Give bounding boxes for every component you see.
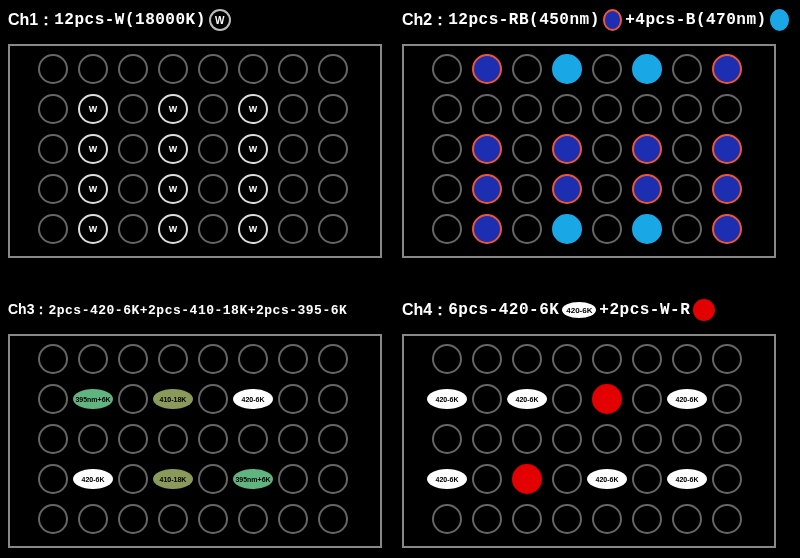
led-cell [38,384,68,414]
led-cell [672,214,702,244]
led-cell [552,424,582,454]
ch3-prefix: Ch3： [8,301,48,319]
led-cell [118,424,148,454]
grid-box-ch4: 420-6K420-6K420-6K420-6K420-6K420-6K [402,334,776,548]
led-cell [432,344,462,374]
led-cell [472,214,502,244]
led-cell [672,134,702,164]
led-cell [592,174,622,204]
led-cell [472,94,502,124]
header-ch1: Ch1： 12pcs-W(18000K) W [8,6,398,34]
led-cell [432,54,462,84]
led-oval: 420-6K [667,469,707,489]
led-cell [552,214,582,244]
led-cell [592,134,622,164]
led-cell [158,344,188,374]
led-oval: 420-6K [233,389,273,409]
led-cell: W [78,214,108,244]
led-cell [158,504,188,534]
led-oval: 420-6K [427,389,467,409]
led-cell: W [238,94,268,124]
led-cell [38,54,68,84]
led-cell [592,504,622,534]
led-cell [552,134,582,164]
header-ch3: Ch3： 2pcs-420-6K+2pcs-410-18K+2pcs-395-6… [8,296,398,324]
led-cell [158,54,188,84]
led-cell [712,384,742,414]
led-cell [118,344,148,374]
led-cell [672,424,702,454]
ch2-prefix: Ch2： [402,10,448,31]
panel-ch3: Ch3： 2pcs-420-6K+2pcs-410-18K+2pcs-395-6… [8,296,398,548]
led-cell [712,94,742,124]
ch1-spec: 12pcs-W(18000K) [54,11,206,29]
led-cell [632,54,662,84]
led-cell [318,54,348,84]
ch3-spec: 2pcs-420-6K+2pcs-410-18K+2pcs-395-6K [48,303,347,318]
led-cell: W [158,134,188,164]
led-cell [632,504,662,534]
panel-ch1: Ch1： 12pcs-W(18000K) W WWWWWWWWWWWW [8,6,398,258]
led-cell [512,464,542,494]
led-cell [118,174,148,204]
rb-icon [603,9,622,31]
led-cell [672,344,702,374]
led-cell [552,504,582,534]
led-cell [198,504,228,534]
led-oval: 410-18K [153,389,193,409]
led-cell [38,504,68,534]
led-oval: 420-6K [507,389,547,409]
led-cell [632,424,662,454]
led-cell: W [158,214,188,244]
led-grid-ch3: 395nm+6K410-18K420-6K420-6K410-18K395nm+… [20,344,370,538]
led-grid-ch4: 420-6K420-6K420-6K420-6K420-6K420-6K [414,344,764,538]
panel-ch2: Ch2： 12pcs-RB(450nm) +4pcs-B(470nm) [402,6,792,258]
led-cell [472,54,502,84]
oval-legend-icon: 420-6K [562,302,596,318]
led-cell: W [158,174,188,204]
led-cell [198,384,228,414]
led-cell [198,54,228,84]
led-cell [278,54,308,84]
led-cell [318,344,348,374]
led-cell [712,424,742,454]
led-cell [592,424,622,454]
led-cell [592,94,622,124]
led-cell [78,424,108,454]
led-cell [198,344,228,374]
led-cell [278,134,308,164]
led-cell [472,464,502,494]
led-cell [278,464,308,494]
header-ch4: Ch4： 6pcs-420-6K 420-6K +2pcs-W-R [402,296,792,324]
led-cell [198,134,228,164]
led-cell [38,344,68,374]
led-cell [278,504,308,534]
led-cell [432,214,462,244]
led-cell [118,134,148,164]
led-cell [318,464,348,494]
led-cell [278,344,308,374]
led-cell [238,344,268,374]
panel-ch4: Ch4： 6pcs-420-6K 420-6K +2pcs-W-R 420-6K… [402,296,792,548]
led-cell [512,214,542,244]
led-cell [472,134,502,164]
led-cell [432,94,462,124]
led-cell [318,424,348,454]
led-cell [278,214,308,244]
led-oval: 410-18K [153,469,193,489]
led-cell [432,504,462,534]
led-cell: W [78,94,108,124]
led-cell [552,344,582,374]
led-cell: W [238,174,268,204]
b-icon [770,9,789,31]
led-cell [592,214,622,244]
ch2-spec-b: +4pcs-B(470nm) [625,11,766,29]
led-cell [158,424,188,454]
led-cell [198,464,228,494]
grid-box-ch3: 395nm+6K410-18K420-6K420-6K410-18K395nm+… [8,334,382,548]
led-cell [672,94,702,124]
led-cell [512,94,542,124]
led-oval: 420-6K [667,389,707,409]
led-cell [38,134,68,164]
led-cell [318,504,348,534]
